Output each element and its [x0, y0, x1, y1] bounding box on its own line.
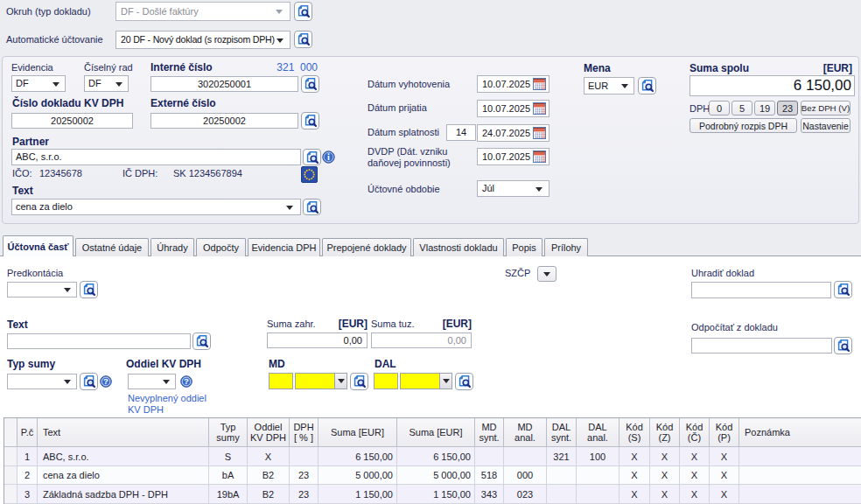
svg-text:?: ?: [103, 376, 108, 386]
svg-text:?: ?: [184, 376, 189, 386]
